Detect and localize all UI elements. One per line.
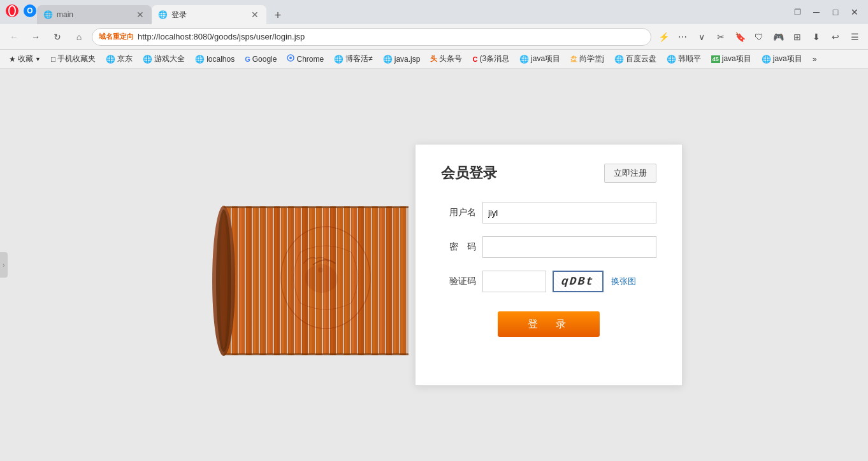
svg-rect-46 bbox=[359, 206, 361, 355]
globe-icon: 🌐 bbox=[106, 55, 115, 64]
domain-redirect-label: 域名重定向 bbox=[99, 32, 134, 41]
tab-label-2: 登录 bbox=[171, 10, 187, 20]
tab-main[interactable]: 🌐 main ✕ bbox=[37, 5, 152, 24]
apps-icon[interactable]: ⊞ bbox=[789, 29, 806, 45]
captcha-row: 验证码 qDBt 换张图 bbox=[441, 271, 656, 292]
bookmark-msg[interactable]: C (3条消息 bbox=[468, 52, 513, 66]
captcha-refresh-link[interactable]: 换张图 bbox=[611, 276, 636, 287]
svg-rect-65 bbox=[224, 353, 409, 355]
java4-icon: 🌐 bbox=[762, 55, 771, 64]
bookmark-toutiao[interactable]: 头 头条号 bbox=[426, 52, 466, 66]
svg-rect-18 bbox=[261, 206, 263, 355]
tab-login[interactable]: 🌐 登录 ✕ bbox=[152, 5, 266, 24]
shangxue-icon: 盘 bbox=[570, 54, 577, 64]
svg-point-63 bbox=[220, 213, 228, 348]
bookmark-mobile[interactable]: □ 手机收藏夹 bbox=[47, 52, 99, 66]
tab-favicon: 🌐 bbox=[43, 10, 53, 19]
expand-icon[interactable]: ∨ bbox=[693, 29, 710, 45]
captcha-image[interactable]: qDBt bbox=[553, 271, 604, 292]
bookmark-java3[interactable]: 45 java项目 bbox=[707, 52, 755, 66]
msg-icon: C bbox=[472, 55, 477, 63]
bookmark-blog[interactable]: 🌐 博客活≠ bbox=[330, 52, 377, 66]
bookmark-games[interactable]: 🌐 游戏大全 bbox=[139, 52, 189, 66]
username-input[interactable] bbox=[482, 202, 656, 223]
login-card: 会员登录 立即注册 用户名 密 码 验证码 qDBt bbox=[415, 144, 683, 386]
tab-favicon-2: 🌐 bbox=[158, 10, 168, 19]
game-icon[interactable]: 🎮 bbox=[770, 29, 786, 45]
svg-rect-58 bbox=[401, 206, 403, 355]
svg-rect-26 bbox=[289, 206, 291, 355]
svg-point-5 bbox=[289, 57, 292, 59]
han-icon: 🌐 bbox=[667, 55, 676, 64]
globe-icon-4: 🌐 bbox=[334, 55, 344, 64]
svg-rect-48 bbox=[366, 208, 368, 354]
chrome-icon bbox=[287, 54, 294, 64]
back-button[interactable]: ← bbox=[5, 28, 23, 46]
baidu-icon: 🌐 bbox=[614, 55, 624, 64]
captcha-label: 验证码 bbox=[441, 276, 476, 287]
captcha-text: qDBt bbox=[561, 275, 595, 288]
shield-icon[interactable]: 🛡 bbox=[751, 29, 767, 45]
address-bar: ← → ↻ ⌂ 域名重定向 http://localhost:8080/good… bbox=[0, 24, 868, 50]
refresh-button[interactable]: ↻ bbox=[48, 28, 66, 46]
url-bar[interactable]: 域名重定向 http://localhost:8080/goods/jsps/u… bbox=[92, 28, 651, 46]
svg-rect-14 bbox=[247, 206, 249, 355]
menu-icon[interactable]: ☰ bbox=[846, 29, 863, 45]
bookmark-chrome[interactable]: Chrome bbox=[283, 53, 328, 65]
bookmarks-more[interactable]: » bbox=[809, 53, 821, 65]
address-bar-icons: ⚡ ⋯ ∨ ✂ 🔖 🛡 🎮 ⊞ ⬇ ↩ ☰ bbox=[655, 29, 863, 45]
bookmark-baidu[interactable]: 🌐 百度云盘 bbox=[611, 52, 660, 66]
cut-icon[interactable]: ✂ bbox=[712, 29, 729, 45]
close-button[interactable]: ✕ bbox=[846, 4, 863, 20]
opera-badge: O bbox=[23, 4, 37, 18]
password-row: 密 码 bbox=[441, 236, 656, 258]
url-text: http://localhost:8080/goods/jsps/user/lo… bbox=[138, 32, 305, 41]
bookmark-java2[interactable]: 🌐 java项目 bbox=[516, 52, 564, 66]
username-label: 用户名 bbox=[441, 207, 476, 218]
tab-close-login[interactable]: ✕ bbox=[250, 10, 260, 20]
minimize-button[interactable]: ─ bbox=[808, 4, 825, 20]
register-button[interactable]: 立即注册 bbox=[604, 164, 656, 183]
add-tab-button[interactable]: + bbox=[269, 6, 287, 24]
svg-rect-44 bbox=[352, 208, 354, 354]
sidebar-handle[interactable]: › bbox=[0, 252, 8, 278]
bookmark-google[interactable]: G Google bbox=[241, 53, 280, 65]
globe-icon-3: 🌐 bbox=[195, 55, 205, 64]
globe-icon-6: 🌐 bbox=[519, 55, 529, 64]
bookmark-java4[interactable]: 🌐 java项目 bbox=[758, 52, 806, 66]
svg-point-60 bbox=[318, 267, 323, 273]
login-button[interactable]: 登 录 bbox=[498, 311, 600, 337]
more-bookmarks-icon: » bbox=[813, 55, 817, 64]
bookmark-jd[interactable]: 🌐 京东 bbox=[102, 52, 136, 66]
globe-icon-5: 🌐 bbox=[383, 55, 393, 64]
svg-rect-24 bbox=[282, 208, 284, 354]
captcha-input[interactable] bbox=[482, 271, 546, 292]
checkbox-icon: □ bbox=[51, 55, 55, 64]
chevron-icon: ▼ bbox=[35, 56, 41, 62]
tabs-bar: O 🌐 main ✕ 🌐 登录 ✕ + ❐ ─ □ ✕ bbox=[0, 0, 868, 24]
home-button[interactable]: ⌂ bbox=[70, 28, 88, 46]
bookmark-java[interactable]: 🌐 java.jsp bbox=[379, 53, 424, 65]
tab-close-main[interactable]: ✕ bbox=[135, 10, 145, 20]
forward-button[interactable]: → bbox=[27, 28, 45, 46]
password-input[interactable] bbox=[482, 236, 656, 258]
tab-label: main bbox=[57, 10, 73, 19]
username-row: 用户名 bbox=[441, 202, 656, 223]
download-icon[interactable]: ⬇ bbox=[808, 29, 825, 45]
star-icon: ★ bbox=[9, 55, 16, 64]
page-content: › bbox=[0, 69, 868, 461]
undo-icon[interactable]: ↩ bbox=[827, 29, 844, 45]
svg-rect-12 bbox=[240, 208, 242, 354]
maximize-button[interactable]: □ bbox=[827, 4, 844, 20]
svg-rect-30 bbox=[303, 206, 305, 355]
bookmark-icon[interactable]: 🔖 bbox=[732, 29, 748, 45]
boost-icon[interactable]: ⚡ bbox=[655, 29, 672, 45]
bookmark-shangxue[interactable]: 盘 尚学堂j bbox=[567, 52, 608, 66]
bookmark-favorites[interactable]: ★ 收藏 ▼ bbox=[5, 52, 45, 66]
bookmark-local[interactable]: 🌐 localhos bbox=[191, 53, 238, 65]
svg-rect-54 bbox=[387, 206, 389, 355]
globe-icon-2: 🌐 bbox=[143, 55, 152, 64]
svg-rect-52 bbox=[380, 208, 382, 354]
bookmark-han[interactable]: 🌐 韩顺平 bbox=[663, 52, 705, 66]
more-icon[interactable]: ⋯ bbox=[674, 29, 691, 45]
